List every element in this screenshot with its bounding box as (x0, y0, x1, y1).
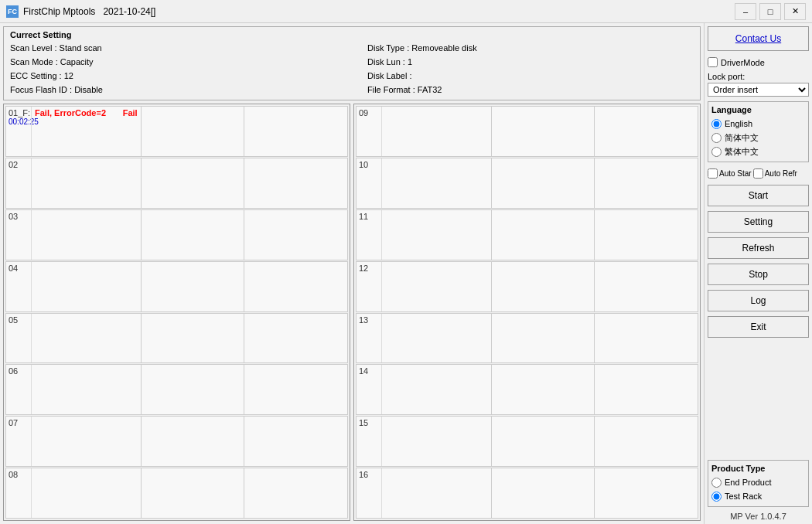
slot-num-08: 08 (9, 470, 18, 479)
slot-content-03 (31, 210, 141, 260)
product-type-end-product: End Product (711, 475, 805, 489)
slot-inner1-03 (141, 210, 244, 260)
slot-inner1-15 (491, 417, 595, 466)
lang-radio-simplified[interactable] (711, 133, 722, 143)
setting-button[interactable]: Setting (708, 211, 809, 233)
slot-label-06: 06 (6, 365, 31, 414)
slot-inner1-06 (141, 365, 244, 414)
lang-option-traditional: 繁体中文 (711, 145, 805, 158)
slot-14: 14 (356, 364, 698, 415)
slot-num-07: 07 (9, 418, 18, 427)
slot-label-14: 14 (357, 365, 381, 414)
slot-content-04 (31, 262, 141, 311)
slot-label-16: 16 (357, 468, 381, 518)
slot-12: 12 (356, 261, 698, 312)
settings-row: Scan Level : Stand scan Scan Mode : Capa… (10, 41, 694, 97)
slot-inner1-01_F: (141, 107, 244, 156)
lock-port-label: Lock port: (708, 72, 809, 81)
exit-button[interactable]: Exit (708, 316, 809, 338)
settings-ecc: ECC Setting : 12 (10, 69, 336, 83)
language-group: Language English 简体中文 繁体中文 (708, 101, 809, 162)
slot-num-09: 09 (359, 108, 368, 117)
slot-label-01_F:: 01_F:00:02:25 (6, 107, 31, 156)
slot-inner2-09 (594, 107, 698, 156)
slot-inner2-16 (594, 468, 698, 518)
slot-inner2-04 (244, 262, 347, 311)
close-button[interactable]: ✕ (784, 3, 806, 20)
title-bar-controls: – □ ✕ (735, 3, 806, 20)
slot-content-15 (381, 417, 491, 466)
auto-star-checkbox[interactable] (708, 168, 718, 179)
product-type-radio-rack[interactable] (711, 492, 722, 502)
slot-10: 10 (356, 158, 698, 209)
auto-refr-checkbox[interactable] (753, 168, 763, 179)
slot-inner1-13 (491, 314, 595, 363)
slot-num-06: 06 (9, 366, 18, 376)
slot-content-14 (381, 365, 491, 414)
slot-11: 11 (356, 209, 698, 260)
left-slots-column: 01_F:00:02:25Fail, ErrorCode=2Fail020304… (3, 104, 350, 521)
slot-content-07 (31, 417, 141, 466)
slot-04: 04 (5, 261, 348, 312)
slot-inner1-16 (491, 468, 595, 518)
slot-content-05 (31, 314, 141, 363)
slot-05: 05 (5, 313, 348, 364)
lang-option-simplified: 简体中文 (711, 131, 805, 145)
slot-label-11: 11 (357, 210, 381, 260)
minimize-button[interactable]: – (735, 3, 756, 20)
slot-inner1-12 (491, 262, 595, 311)
slot-02: 02 (5, 158, 348, 209)
app-title: FirstChip Mptools 2021-10-24[] (23, 6, 155, 17)
start-button[interactable]: Start (708, 185, 809, 206)
product-type-radio-end[interactable] (711, 478, 722, 488)
slot-content-10 (381, 158, 491, 208)
language-group-title: Language (711, 105, 805, 114)
slot-inner2-01_F: (244, 107, 347, 156)
settings-file-format: File Format : FAT32 (367, 83, 694, 97)
slot-label-08: 08 (6, 468, 31, 518)
slot-num-10: 10 (359, 160, 368, 169)
settings-scan-level: Scan Level : Stand scan (10, 41, 336, 55)
slot-03: 03 (5, 209, 348, 260)
slot-15: 15 (356, 416, 698, 467)
lock-port-select[interactable]: Order insert Manual (708, 83, 809, 97)
slot-label-07: 07 (6, 417, 31, 466)
settings-disk-lun: Disk Lun : 1 (367, 55, 694, 69)
slot-num-03: 03 (9, 212, 18, 221)
settings-focus-flash: Focus Flash ID : Disable (10, 83, 336, 97)
slot-label-04: 04 (6, 262, 31, 311)
slot-num-02: 02 (9, 160, 18, 169)
contact-us-link[interactable]: Contact Us (735, 33, 781, 44)
log-button[interactable]: Log (708, 290, 809, 311)
settings-group: Currect Setting Scan Level : Stand scan … (3, 26, 701, 100)
title-bar: FC FirstChip Mptools 2021-10-24[] – □ ✕ (0, 0, 812, 23)
slot-status-01_F:: Fail, ErrorCode=2 (35, 108, 106, 117)
slot-13: 13 (356, 313, 698, 364)
slot-num-14: 14 (359, 366, 368, 376)
slot-inner2-10 (594, 158, 698, 208)
slot-inner1-05 (141, 314, 244, 363)
product-type-group: Product Type End Product Test Rack (708, 460, 809, 507)
slot-inner1-02 (141, 158, 244, 208)
slot-07: 07 (5, 416, 348, 467)
slot-content-13 (381, 314, 491, 363)
lang-radio-english[interactable] (711, 119, 722, 129)
maximize-button[interactable]: □ (759, 3, 781, 20)
driver-mode-checkbox[interactable] (708, 57, 718, 67)
stop-button[interactable]: Stop (708, 264, 809, 285)
lang-option-english: English (711, 117, 805, 131)
refresh-button[interactable]: Refresh (708, 237, 809, 259)
slot-label-15: 15 (357, 417, 381, 466)
app-icon: FC (6, 5, 19, 18)
lang-radio-traditional[interactable] (711, 147, 722, 157)
slot-num-04: 04 (9, 264, 18, 273)
main-content: Currect Setting Scan Level : Stand scan … (0, 23, 812, 524)
settings-col-right: Disk Type : Removeable disk Disk Lun : 1… (367, 41, 694, 97)
slot-09: 09 (356, 106, 698, 157)
slot-08: 08 (5, 468, 348, 519)
slot-content-09 (381, 107, 491, 156)
slots-wrapper: 01_F:00:02:25Fail, ErrorCode=2Fail020304… (3, 104, 701, 521)
slot-inner2-03 (244, 210, 347, 260)
slot-num-13: 13 (359, 315, 368, 325)
slot-label-03: 03 (6, 210, 31, 260)
